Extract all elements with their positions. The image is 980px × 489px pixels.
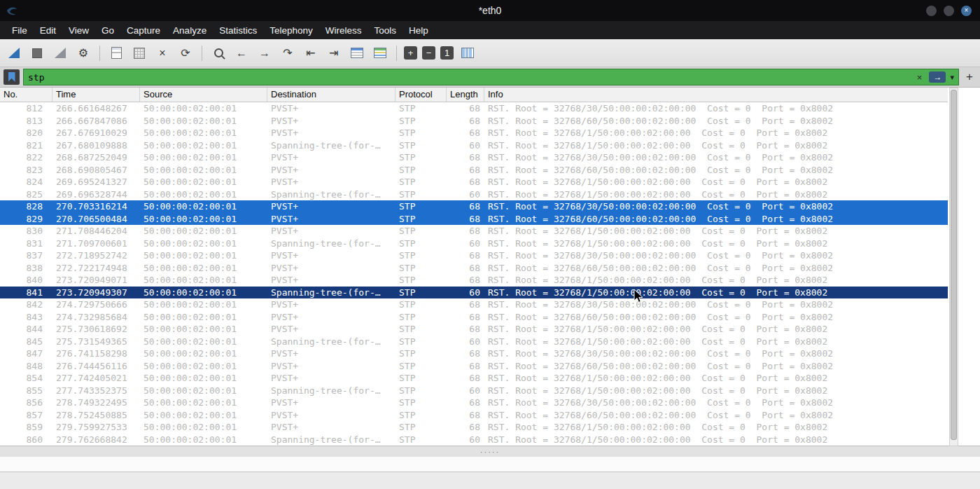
packet-row-824[interactable]: 824269.69524132750:00:00:02:00:01PVST+ST… <box>0 176 948 188</box>
packet-row-841[interactable]: 841273.72094930750:00:00:02:00:01Spannin… <box>0 287 948 299</box>
cell-info: RST. Root = 32768/1/50:00:00:02:00:00 Co… <box>484 385 948 397</box>
cell-source: 50:00:00:02:00:01 <box>140 151 267 164</box>
column-header-info[interactable]: Info <box>484 88 948 102</box>
column-header-time[interactable]: Time <box>52 88 140 102</box>
packet-row-857[interactable]: 857278.75245088550:00:00:02:00:01PVST+ST… <box>0 409 948 422</box>
cell-protocol: STP <box>396 347 447 360</box>
packet-row-840[interactable]: 840273.72094907150:00:00:02:00:01PVST+ST… <box>0 274 948 287</box>
pane-splitter[interactable]: ····· <box>0 446 980 457</box>
scrollbar-thumb[interactable] <box>951 90 957 440</box>
cell-source: 50:00:00:02:00:01 <box>140 360 267 373</box>
cell-length: 68 <box>447 262 484 275</box>
packet-row-813[interactable]: 813266.66784708650:00:00:02:00:01PVST+ST… <box>0 115 948 128</box>
packet-row-845[interactable]: 845275.73154936550:00:00:02:00:01Spannin… <box>0 336 948 348</box>
go-back-icon[interactable]: ← <box>232 44 251 62</box>
menu-file[interactable]: File <box>6 21 34 39</box>
cell-time: 271.709700601 <box>52 237 140 250</box>
find-packet-icon[interactable] <box>209 44 227 62</box>
menu-go[interactable]: Go <box>95 21 120 39</box>
resize-columns-icon[interactable] <box>458 44 477 62</box>
cell-destination: PVST+ <box>267 409 396 422</box>
colorize-icon[interactable] <box>371 44 389 62</box>
reload-icon[interactable]: ⟳ <box>176 44 195 62</box>
close-button[interactable]: × <box>961 6 972 16</box>
cell-protocol: STP <box>396 115 447 128</box>
capture-options-icon[interactable]: ⚙ <box>74 44 92 62</box>
stop-capture-icon[interactable] <box>28 44 46 62</box>
packet-row-848[interactable]: 848276.74445611650:00:00:02:00:01PVST+ST… <box>0 360 948 373</box>
menu-statistics[interactable]: Statistics <box>213 21 263 39</box>
cell-protocol: STP <box>396 434 447 446</box>
menu-analyze[interactable]: Analyze <box>167 21 213 39</box>
packet-row-843[interactable]: 843274.73298568450:00:00:02:00:01PVST+ST… <box>0 311 948 324</box>
column-header-source[interactable]: Source <box>140 88 267 102</box>
cell-source: 50:00:00:02:00:01 <box>140 139 267 152</box>
last-packet-icon[interactable]: ⇥ <box>325 44 343 62</box>
start-capture-icon[interactable] <box>5 44 23 62</box>
packet-row-828[interactable]: 828270.70331621450:00:00:02:00:01PVST+ST… <box>0 200 948 213</box>
zoom-in-icon[interactable]: + <box>404 46 417 60</box>
packet-row-831[interactable]: 831271.70970060150:00:00:02:00:01Spannin… <box>0 237 948 250</box>
packet-row-854[interactable]: 854277.74240502150:00:00:02:00:01PVST+ST… <box>0 372 948 385</box>
close-file-icon[interactable]: × <box>153 44 172 62</box>
packet-row-820[interactable]: 820267.67691002950:00:00:02:00:01PVST+ST… <box>0 127 948 139</box>
packet-row-860[interactable]: 860279.76266884250:00:00:02:00:01Spannin… <box>0 434 948 446</box>
open-file-icon[interactable] <box>107 44 125 62</box>
maximize-button[interactable] <box>944 6 954 16</box>
packet-row-822[interactable]: 822268.68725204950:00:00:02:00:01PVST+ST… <box>0 151 948 164</box>
cell-no: 841 <box>0 287 52 299</box>
packet-row-856[interactable]: 856278.74932249550:00:00:02:00:01PVST+ST… <box>0 397 948 409</box>
filter-bookmark-button[interactable] <box>4 69 20 85</box>
packet-row-847[interactable]: 847276.74115829850:00:00:02:00:01PVST+ST… <box>0 347 948 360</box>
packet-row-838[interactable]: 838272.72217494850:00:00:02:00:01PVST+ST… <box>0 262 948 275</box>
menu-view[interactable]: View <box>62 21 95 39</box>
menu-capture[interactable]: Capture <box>120 21 167 39</box>
packet-row-812[interactable]: 812266.66164826750:00:00:02:00:01PVST+ST… <box>0 102 948 115</box>
minimize-button[interactable] <box>926 6 937 16</box>
vertical-scrollbar[interactable] <box>949 88 958 446</box>
packet-row-821[interactable]: 821267.68010988850:00:00:02:00:01Spannin… <box>0 139 948 152</box>
zoom-out-icon[interactable]: − <box>422 46 435 60</box>
restart-capture-icon[interactable] <box>51 44 69 62</box>
menu-edit[interactable]: Edit <box>34 21 62 39</box>
display-filter-value[interactable]: stp <box>28 72 909 83</box>
menu-tools[interactable]: Tools <box>368 21 402 39</box>
column-header-destination[interactable]: Destination <box>267 88 396 102</box>
packet-row-823[interactable]: 823268.69080546750:00:00:02:00:01PVST+ST… <box>0 164 948 177</box>
packet-row-825[interactable]: 825269.69632874450:00:00:02:00:01Spannin… <box>0 188 948 201</box>
cell-length: 68 <box>447 115 484 128</box>
column-header-no[interactable]: No. <box>0 88 52 102</box>
filter-dropdown-icon[interactable]: ▾ <box>950 73 954 82</box>
save-file-icon[interactable] <box>130 44 148 62</box>
packet-row-859[interactable]: 859279.75992753350:00:00:02:00:01PVST+ST… <box>0 421 948 434</box>
auto-scroll-glyph <box>351 48 363 58</box>
menu-telephony[interactable]: Telephony <box>263 21 319 39</box>
go-forward-icon[interactable]: → <box>255 44 274 62</box>
column-header-protocol[interactable]: Protocol <box>396 88 447 102</box>
packet-row-830[interactable]: 830271.70844620450:00:00:02:00:01PVST+ST… <box>0 225 948 237</box>
packet-row-837[interactable]: 837272.71895274250:00:00:02:00:01PVST+ST… <box>0 249 948 262</box>
cell-time: 276.744456116 <box>52 360 140 373</box>
filter-clear-icon[interactable]: × <box>913 72 925 83</box>
menu-wireless[interactable]: Wireless <box>319 21 368 39</box>
cell-info: RST. Root = 32768/1/50:00:00:02:00:00 Co… <box>484 287 948 299</box>
cell-destination: Spanning-tree-(for-… <box>267 385 396 397</box>
go-to-packet-icon[interactable]: ↷ <box>279 44 297 62</box>
packet-row-844[interactable]: 844275.73061869250:00:00:02:00:01PVST+ST… <box>0 323 948 336</box>
packet-row-829[interactable]: 829270.70650048450:00:00:02:00:01PVST+ST… <box>0 213 948 226</box>
menu-help[interactable]: Help <box>402 21 435 39</box>
first-packet-icon[interactable]: ⇤ <box>302 44 320 62</box>
packet-row-842[interactable]: 842274.72975066650:00:00:02:00:01PVST+ST… <box>0 298 948 311</box>
cell-protocol: STP <box>396 421 447 434</box>
column-header-length[interactable]: Length <box>447 88 484 102</box>
display-filter-field[interactable]: stp × → ▾ <box>23 69 959 85</box>
auto-scroll-icon[interactable] <box>348 44 366 62</box>
bookmark-icon <box>8 72 15 82</box>
cell-no: 838 <box>0 262 52 275</box>
cell-length: 60 <box>447 385 484 397</box>
filter-apply-icon[interactable]: → <box>929 71 946 83</box>
zoom-100-icon[interactable]: 1 <box>440 46 454 60</box>
packet-row-855[interactable]: 855277.74335237550:00:00:02:00:01Spannin… <box>0 385 948 397</box>
filter-add-button[interactable]: + <box>962 70 976 84</box>
cell-length: 60 <box>447 188 484 201</box>
